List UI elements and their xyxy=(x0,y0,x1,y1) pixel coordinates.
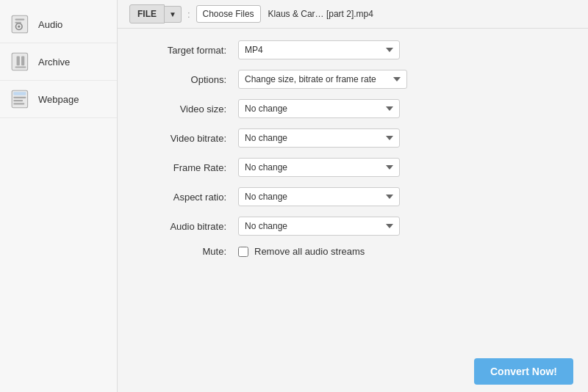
svg-rect-6 xyxy=(17,57,20,66)
footer: Convert Now! xyxy=(118,351,588,392)
separator: : xyxy=(187,9,190,20)
mute-content: Remove all audio streams xyxy=(238,246,365,257)
svg-point-2 xyxy=(18,26,20,28)
sidebar-item-webpage[interactable]: Webpage xyxy=(0,81,117,118)
video-bitrate-select[interactable]: No change xyxy=(238,128,400,148)
video-size-select[interactable]: No change xyxy=(238,99,400,118)
file-btn-group: FILE ▼ xyxy=(129,4,182,23)
video-size-row: Video size: No change xyxy=(135,99,570,118)
form-area: Target format: MP4 Options: Change size,… xyxy=(118,29,588,351)
file-dropdown-arrow[interactable]: ▼ xyxy=(165,6,182,23)
frame-rate-row: Frame Rate: No change xyxy=(135,158,570,177)
audio-bitrate-label: Audio bitrate: xyxy=(135,221,238,232)
audio-bitrate-row: Audio bitrate: No change xyxy=(135,217,570,236)
video-bitrate-label: Video bitrate: xyxy=(135,133,238,144)
top-bar: FILE ▼ : Choose Files Klaus & Car… [part… xyxy=(118,0,588,29)
mute-row: Mute: Remove all audio streams xyxy=(135,246,570,257)
aspect-ratio-select[interactable]: No change xyxy=(238,187,400,206)
target-format-select[interactable]: MP4 xyxy=(238,40,400,59)
main-content: FILE ▼ : Choose Files Klaus & Car… [part… xyxy=(118,0,588,392)
mute-text: Remove all audio streams xyxy=(254,246,365,257)
video-bitrate-row: Video bitrate: No change xyxy=(135,128,570,148)
frame-rate-label: Frame Rate: xyxy=(135,162,238,173)
audio-bitrate-select[interactable]: No change xyxy=(238,217,400,236)
options-row: Options: Change size, bitrate or frame r… xyxy=(135,70,570,89)
archive-icon xyxy=(10,51,32,73)
file-name-display: Klaus & Car… [part 2].mp4 xyxy=(268,9,373,19)
options-select[interactable]: Change size, bitrate or frame rate xyxy=(238,70,407,89)
mute-label: Mute: xyxy=(135,246,238,257)
frame-rate-select[interactable]: No change xyxy=(238,158,400,177)
audio-icon xyxy=(10,13,32,35)
target-format-row: Target format: MP4 xyxy=(135,40,570,59)
target-format-label: Target format: xyxy=(135,45,238,56)
mute-checkbox[interactable] xyxy=(238,247,248,257)
svg-rect-13 xyxy=(13,103,24,104)
convert-now-button[interactable]: Convert Now! xyxy=(474,358,573,385)
svg-rect-11 xyxy=(13,97,26,98)
sidebar-item-archive[interactable]: Archive xyxy=(0,43,117,81)
svg-rect-4 xyxy=(15,22,21,23)
options-label: Options: xyxy=(135,74,238,85)
sidebar: Audio Archive Webpage xyxy=(0,0,118,392)
sidebar-item-audio[interactable]: Audio xyxy=(0,6,117,43)
svg-rect-0 xyxy=(12,15,27,33)
webpage-icon xyxy=(10,88,32,110)
svg-rect-12 xyxy=(13,100,23,101)
file-button[interactable]: FILE xyxy=(129,4,165,23)
svg-rect-10 xyxy=(13,92,26,95)
svg-rect-8 xyxy=(15,66,26,68)
video-size-label: Video size: xyxy=(135,104,238,115)
aspect-ratio-row: Aspect ratio: No change xyxy=(135,187,570,206)
svg-rect-7 xyxy=(21,57,24,66)
aspect-ratio-label: Aspect ratio: xyxy=(135,192,238,203)
sidebar-item-audio-label: Audio xyxy=(38,19,62,30)
sidebar-item-archive-label: Archive xyxy=(38,57,70,68)
sidebar-item-webpage-label: Webpage xyxy=(38,94,79,105)
svg-rect-3 xyxy=(15,19,24,21)
choose-files-button[interactable]: Choose Files xyxy=(196,5,261,23)
